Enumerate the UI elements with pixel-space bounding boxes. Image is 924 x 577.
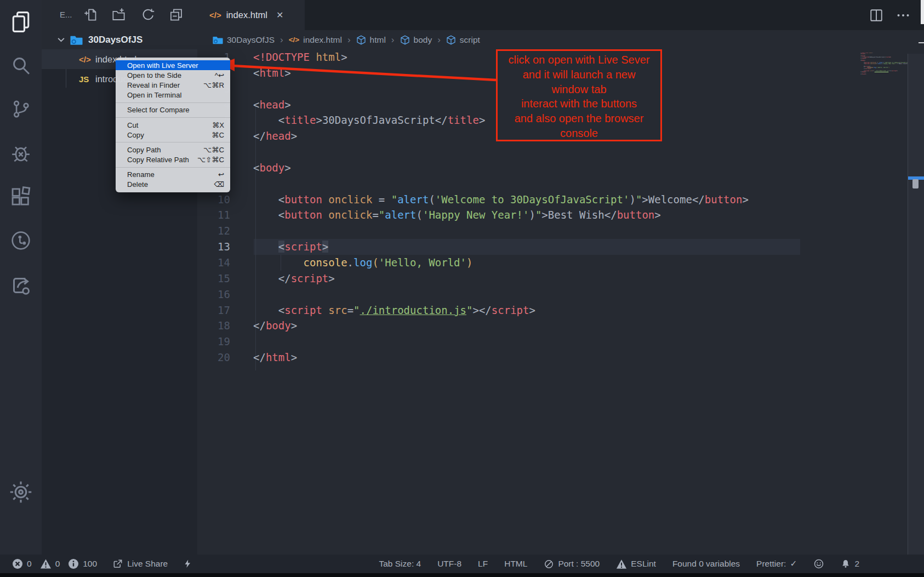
breadcrumb-symbol-html[interactable]: html	[356, 35, 386, 45]
line-number: 13	[197, 239, 230, 255]
code-line[interactable]	[253, 334, 749, 350]
extensions-icon[interactable]	[10, 185, 32, 208]
lightning-status[interactable]	[183, 558, 192, 570]
minimap[interactable]: <!DOCTYPE html><html><head> <title>30Day…	[860, 53, 910, 91]
symbol-cube-icon	[356, 35, 366, 45]
variables-status[interactable]: Found 0 variables	[672, 559, 740, 569]
folder-icon	[213, 36, 223, 44]
scrollbar-track[interactable]	[908, 54, 924, 555]
context-menu-item[interactable]: Delete⌫	[116, 180, 230, 190]
git-graph-icon[interactable]	[10, 229, 32, 252]
info-icon	[68, 558, 79, 569]
refresh-icon[interactable]	[141, 7, 156, 22]
explorer-title: E...	[60, 10, 72, 19]
line-number: 15	[197, 271, 230, 287]
context-menu-item[interactable]: Copy⌘C	[116, 130, 230, 140]
code-line[interactable]: <script src="./introduction.js"></script…	[253, 302, 749, 318]
code-line[interactable]	[253, 287, 749, 302]
context-menu-item[interactable]: Rename↩	[116, 170, 230, 180]
line-number: 16	[197, 287, 230, 302]
tab-bar: </> index.html ✕	[197, 0, 924, 30]
context-menu-item[interactable]: Reveal in Finder⌥⌘R	[116, 80, 230, 90]
code-line[interactable]: </script>	[253, 271, 749, 287]
background-window-edge	[921, 0, 924, 24]
share-icon	[112, 558, 123, 569]
status-bar: 0 0 100 Live Share Tab Size: 4 UTF-8 LF	[0, 555, 924, 573]
context-menu: Open with Live ServerOpen to the Side^↩R…	[116, 58, 230, 192]
source-control-icon[interactable]	[10, 98, 31, 121]
more-actions-icon[interactable]	[897, 13, 910, 18]
code-line[interactable]: <script>	[253, 239, 749, 255]
circle-slash-icon	[544, 559, 554, 569]
folder-icon	[70, 35, 83, 45]
settings-gear-icon[interactable]	[9, 480, 32, 504]
annotation-text-line: interact with the buttons	[498, 96, 660, 111]
folder-name: 30DaysOfJS	[88, 35, 142, 45]
close-icon[interactable]: ✕	[276, 10, 283, 20]
line-number: 12	[197, 223, 230, 239]
context-menu-item[interactable]: Open with Live Server	[116, 60, 230, 70]
symbol-cube-icon	[400, 35, 410, 45]
eslint-status[interactable]: ESLint	[616, 559, 656, 569]
encoding-status[interactable]: UTF-8	[437, 559, 461, 569]
code-line[interactable]: console.log('Hello, World')	[253, 255, 749, 271]
new-folder-icon[interactable]	[111, 7, 126, 22]
feedback-smiley[interactable]	[813, 558, 824, 569]
breadcrumb-folder[interactable]: 30DaysOfJS	[213, 35, 275, 45]
live-server-port-status[interactable]: Port : 5500	[544, 559, 600, 569]
breadcrumb-separator: ›	[391, 35, 395, 45]
code-line[interactable]: <button onclick="alert('Happy New Year!'…	[253, 207, 749, 223]
code-line[interactable]: <body>	[253, 160, 749, 176]
line-number: 18	[197, 318, 230, 334]
line-number: 11	[197, 207, 230, 223]
explorer-icon[interactable]	[9, 9, 33, 35]
annotation-text-line: and it will launch a new	[498, 67, 660, 82]
code-line[interactable]	[253, 176, 749, 192]
html-file-icon: </>	[79, 55, 95, 64]
problems-status[interactable]: 0 0 100	[12, 558, 97, 569]
breadcrumb-separator: ›	[437, 35, 441, 45]
new-file-icon[interactable]	[83, 7, 98, 22]
prettier-status[interactable]: Prettier:✓	[756, 559, 797, 569]
tab-index-html[interactable]: </> index.html ✕	[197, 0, 305, 30]
context-menu-item[interactable]: Copy Relative Path⌥⇧⌘C	[116, 155, 230, 165]
tab-size-status[interactable]: Tab Size: 4	[379, 559, 421, 569]
context-menu-item[interactable]: Cut⌘X	[116, 120, 230, 130]
line-number: 14	[197, 255, 230, 271]
tree-folder-30DaysOfJS[interactable]: 30DaysOfJS	[42, 30, 197, 49]
search-icon[interactable]	[10, 54, 32, 77]
live-share-icon[interactable]	[10, 274, 32, 297]
context-menu-item[interactable]: Copy Path⌥⌘C	[116, 145, 230, 155]
code-line[interactable]: </html>	[253, 350, 749, 365]
collapse-all-icon[interactable]	[169, 7, 184, 22]
warning-icon	[40, 558, 52, 569]
split-editor-icon[interactable]	[869, 8, 883, 22]
eol-status[interactable]: LF	[478, 559, 488, 569]
breadcrumb-symbol-body[interactable]: body	[400, 35, 432, 45]
tab-label: index.html	[226, 10, 267, 20]
scrollbar-thumb[interactable]	[912, 179, 919, 188]
line-number: 17	[197, 302, 230, 318]
chevron-down-icon	[57, 37, 65, 43]
context-menu-item[interactable]: Open in Terminal	[116, 90, 230, 100]
code-line[interactable]	[253, 144, 749, 160]
lightning-icon	[183, 558, 192, 570]
activity-bar	[0, 0, 42, 555]
code-line[interactable]: </body>	[253, 318, 749, 334]
line-number: 20	[197, 350, 230, 365]
breadcrumb-file[interactable]: </> index.html	[289, 35, 342, 45]
breadcrumb: 30DaysOfJS › </> index.html › html › bod…	[197, 30, 924, 49]
live-share-status[interactable]: Live Share	[112, 558, 168, 569]
run-debug-icon[interactable]	[10, 141, 32, 165]
notifications-bell[interactable]: 2	[841, 558, 859, 569]
code-line[interactable]	[253, 223, 749, 239]
annotation-text-line: console	[498, 126, 660, 141]
language-status[interactable]: HTML	[504, 559, 527, 569]
window-bottom-edge	[0, 573, 924, 577]
breadcrumb-symbol-script[interactable]: script	[446, 35, 480, 45]
context-menu-item[interactable]: Select for Compare	[116, 105, 230, 115]
context-menu-item[interactable]: Open to the Side^↩	[116, 70, 230, 80]
code-line[interactable]: <button onclick = "alert('Welcome to 30D…	[253, 192, 749, 208]
line-number: 19	[197, 334, 230, 350]
bell-icon	[841, 558, 851, 569]
